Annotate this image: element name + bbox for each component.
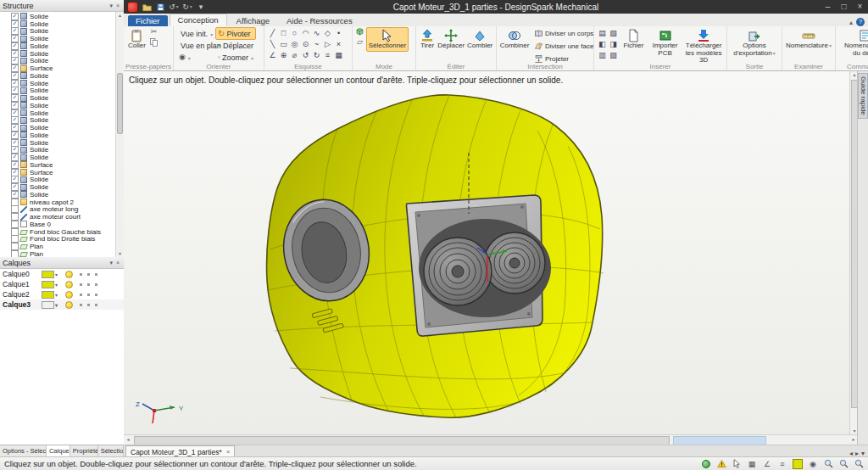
item-checkbox[interactable] <box>11 250 19 257</box>
item-checkbox[interactable]: ✓ <box>11 27 19 35</box>
zoom-extents-icon[interactable] <box>838 459 849 469</box>
quick-guide-tab[interactable]: Guide rapide <box>858 73 868 119</box>
import-pcb-button[interactable]: Importer PCB <box>648 27 682 59</box>
tree-item[interactable]: ✓Solide <box>0 124 116 131</box>
layer-options[interactable] <box>80 294 97 296</box>
tree-item[interactable]: ✓Surface <box>0 169 116 176</box>
tree-item[interactable]: ✓Surface <box>0 161 116 169</box>
maximize-button[interactable]: □ <box>836 1 852 14</box>
warning-icon[interactable] <box>716 459 726 469</box>
layer-row[interactable]: Calque3▾ <box>0 299 124 310</box>
layer-options[interactable] <box>80 304 97 306</box>
circle-tool-icon[interactable]: ○ <box>289 27 300 38</box>
tangent-arc-tool-icon[interactable]: ▷ <box>322 38 333 49</box>
layer-color-swatch[interactable] <box>42 301 54 309</box>
tree-item[interactable]: axe moteur long <box>0 206 116 214</box>
rectangle-tool-icon[interactable]: □ <box>278 27 289 38</box>
tree-item[interactable]: Plan <box>0 243 116 250</box>
layer-visibility-icon[interactable] <box>65 281 73 288</box>
layer-row[interactable]: Calque1▾ <box>0 279 124 289</box>
tree-item[interactable]: ✓Solide <box>0 35 116 42</box>
tree-item[interactable]: ✓Solide <box>0 109 116 117</box>
structure-pin-icon[interactable]: ▾ <box>108 3 114 9</box>
engine-cylinder-2[interactable] <box>484 232 545 294</box>
undo-icon[interactable]: ↺ <box>169 2 179 12</box>
layer-color-swatch[interactable] <box>42 281 54 288</box>
insert-origin-icon[interactable]: ▥ <box>597 49 608 60</box>
item-checkbox[interactable] <box>11 235 19 243</box>
undo-sketch-tool-icon[interactable]: ↺ <box>300 49 311 60</box>
close-tab-icon[interactable]: × <box>226 448 231 456</box>
reference-circle-tool-icon[interactable]: ⊙ <box>300 38 311 49</box>
cut-icon[interactable]: ✂ <box>151 27 158 36</box>
item-checkbox[interactable]: ✓ <box>11 102 19 109</box>
item-checkbox[interactable] <box>11 221 19 228</box>
item-checkbox[interactable] <box>11 199 19 206</box>
tree-item[interactable]: Base 0 <box>0 221 116 228</box>
3d-model-view[interactable] <box>124 71 849 434</box>
split-body-button[interactable]: Diviser un corps <box>531 27 596 40</box>
open-file-icon[interactable] <box>142 2 152 12</box>
tree-item[interactable]: niveau capot 2 <box>0 199 116 206</box>
item-checkbox[interactable] <box>11 205 19 213</box>
structure-scrollbar-thumb[interactable] <box>117 73 123 134</box>
panel-tab-options-s-lection[interactable]: Options - Sélection <box>0 445 47 456</box>
insert-axis-icon[interactable]: ◨ <box>608 38 619 49</box>
layer-visibility-icon[interactable] <box>65 271 73 278</box>
solid-mode-icon[interactable] <box>355 27 364 36</box>
ribbon-tab-aide-ressources[interactable]: Aide - Ressources <box>279 15 360 26</box>
pull-button[interactable]: Tirer <box>419 27 436 52</box>
item-checkbox[interactable]: ✓ <box>11 109 19 117</box>
layer-color-dropdown-icon[interactable]: ▾ <box>55 302 62 308</box>
align-snap-icon[interactable]: ≡ <box>777 459 787 469</box>
item-checkbox[interactable]: ✓ <box>11 57 19 64</box>
item-checkbox[interactable]: ✓ <box>11 72 19 80</box>
tree-item[interactable]: ✓Solide <box>0 147 116 154</box>
connection-status-icon[interactable] <box>701 459 711 469</box>
item-checkbox[interactable]: ✓ <box>11 13 19 20</box>
ribbon-tab-fichier[interactable]: Fichier <box>128 15 168 26</box>
sketch-mode-icon[interactable]: ▱ <box>357 37 363 47</box>
spline-tool-icon[interactable]: ∿ <box>311 27 322 38</box>
tree-item[interactable]: Fond bloc Gauche biais <box>0 228 116 236</box>
layer-color-dropdown-icon[interactable]: ▾ <box>55 271 62 277</box>
polygon-tool-icon[interactable]: ◇ <box>322 27 333 38</box>
equal-constraint-tool-icon[interactable]: ≡ <box>322 49 333 60</box>
point-tool-icon[interactable]: • <box>333 27 344 38</box>
item-checkbox[interactable]: ✓ <box>11 87 19 94</box>
tree-item[interactable]: ✓Solide <box>0 183 116 191</box>
item-checkbox[interactable]: ✓ <box>11 50 19 58</box>
panel-tab-s-lection[interactable]: Sélection <box>98 445 124 456</box>
item-checkbox[interactable]: ✓ <box>11 124 19 131</box>
layer-color-dropdown-icon[interactable]: ▾ <box>55 282 62 288</box>
quote-bom-button[interactable]: Nomenclature du devis <box>839 27 868 59</box>
select-button[interactable]: Sélectionner <box>366 27 409 52</box>
concentric-circle-tool-icon[interactable]: ◎ <box>289 38 300 49</box>
layer-options[interactable] <box>80 273 97 276</box>
zoom-selection-icon[interactable] <box>854 459 864 469</box>
zoom-button[interactable]: Zoomer <box>215 51 256 64</box>
diameter-tool-icon[interactable]: ⌀ <box>289 49 300 60</box>
magnet-snap-icon[interactable]: ◉ <box>808 459 818 469</box>
item-checkbox[interactable]: ✓ <box>11 183 19 191</box>
insert-note-icon[interactable]: ▧ <box>608 27 619 38</box>
tree-item[interactable]: ✓Solide <box>0 154 116 161</box>
layer-color-swatch[interactable] <box>42 291 54 299</box>
redo-icon[interactable]: ↻ <box>182 2 192 12</box>
layers-pin-icon[interactable]: ▾ <box>108 260 114 266</box>
structure-scrollbar[interactable] <box>115 12 124 257</box>
layer-visibility-icon[interactable] <box>65 301 73 309</box>
item-checkbox[interactable]: ✓ <box>11 42 19 50</box>
tree-item[interactable]: ✓Solide <box>0 191 116 199</box>
panel-tab-calques[interactable]: Calques <box>47 445 70 456</box>
tree-item[interactable]: ✓Solide <box>0 50 116 58</box>
insert-reference-icon[interactable]: ▨ <box>608 49 619 60</box>
layer-color-dropdown-icon[interactable]: ▾ <box>55 292 62 298</box>
item-checkbox[interactable]: ✓ <box>11 169 19 176</box>
item-checkbox[interactable]: ✓ <box>11 146 19 154</box>
tree-item[interactable]: ✓Solide <box>0 94 116 102</box>
design-canvas[interactable]: Cliquez sur un objet. Double-cliquez pou… <box>124 71 849 434</box>
item-checkbox[interactable] <box>11 213 19 221</box>
grid-snap-icon[interactable]: ▦ <box>747 459 757 469</box>
angle-tool-icon[interactable]: ∠ <box>267 49 278 60</box>
